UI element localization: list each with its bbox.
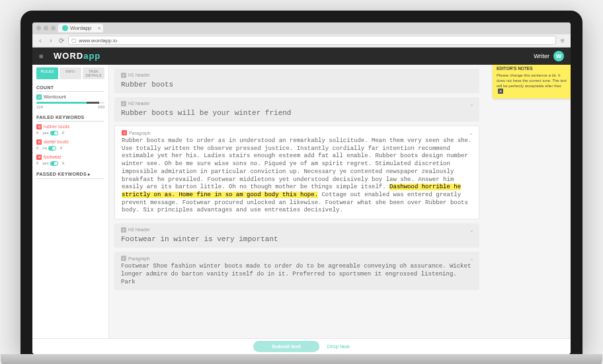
editor-main: ✓H1 header Rubber boots ⌄ ✓H2 header Rub… [109, 65, 485, 338]
wordcount-row: ✓ Wordcount [36, 94, 104, 100]
wordcount-label: Wordcount [44, 94, 66, 99]
block-h2[interactable]: ⌄ ✓H2 header Footwear in winter is very … [114, 223, 479, 248]
h1-text[interactable]: Rubber boots [121, 80, 473, 89]
browser-tab[interactable]: Wordapp × [58, 24, 103, 32]
check-icon: ✓ [121, 101, 126, 106]
url-text: www.wordapp.io [79, 38, 117, 44]
x-icon: ✕ [36, 139, 42, 145]
footer-bar: Submit text Drop task [32, 338, 571, 354]
chevron-down-icon[interactable]: ⌄ [469, 130, 473, 136]
sidebar: RULES INFO TASK DETAILS COUNT ✓ Wordcoun… [32, 65, 109, 338]
tab-title: Wordapp [70, 25, 91, 31]
keyword-name: winter boots [44, 139, 69, 144]
traffic-light-icon [36, 26, 41, 30]
editors-note[interactable]: EDITOR'S NOTES Please change this senten… [493, 65, 571, 99]
traffic-light-icon [51, 26, 56, 30]
paragraph-text[interactable]: Footwear Shoe fashion winter boots made … [121, 263, 473, 286]
menu-icon[interactable]: ≡ [559, 36, 567, 44]
section-heading-count: COUNT [36, 83, 104, 92]
app-body: RULES INFO TASK DETAILS COUNT ✓ Wordcoun… [32, 65, 571, 338]
section-heading-failed: FAILED KEYWORDS [36, 113, 104, 122]
keyword-item: ✕footwear 0 yes 0 [36, 155, 104, 166]
block-paragraph[interactable]: ⌄ ✓Paragraph Footwear Shoe fashion winte… [114, 252, 479, 290]
hamburger-icon[interactable]: ≡ [39, 52, 48, 60]
x-icon: ✕ [122, 130, 127, 135]
sidebar-tabs: RULES INFO TASK DETAILS [36, 67, 104, 79]
url-input[interactable]: ▢ www.wordapp.io [68, 36, 556, 45]
favicon-icon [62, 25, 68, 31]
wordcount-max: 150 [98, 105, 104, 109]
section-heading-passed[interactable]: PASSED KEYWORDS ▸ [36, 170, 104, 179]
app-header: ≡ WORDapp Writer W [32, 48, 571, 65]
wordcount-min: 120 [36, 105, 43, 109]
chevron-down-icon[interactable]: ⌄ [469, 101, 474, 107]
app-logo: WORDapp [54, 51, 100, 61]
chevron-down-icon[interactable]: ⌄ [469, 227, 474, 233]
check-icon: ✓ [36, 94, 42, 100]
role-label: Writer [534, 53, 549, 59]
check-icon: ✓ [121, 73, 126, 78]
submit-button[interactable]: Submit text [253, 341, 319, 352]
notes-column: EDITOR'S NOTES Please change this senten… [485, 65, 571, 338]
block-h1[interactable]: ✓H1 header Rubber boots [114, 69, 479, 93]
screen: Wordapp × ‹ › ⟳ ▢ www.wordapp.io ≡ ≡ WOR… [32, 22, 571, 354]
sidebar-tab-info[interactable]: INFO [60, 67, 81, 79]
block-paragraph-error[interactable]: ⌄ ✕Paragraph Rubber boots made to order … [114, 126, 479, 219]
traffic-light-icon [44, 26, 48, 30]
chevron-down-icon[interactable]: ⌄ [469, 256, 474, 262]
delete-note-icon[interactable]: ✕ [498, 89, 503, 94]
x-icon: ✕ [36, 124, 42, 129]
note-text: Please change this sentence a bit. It do… [497, 73, 567, 88]
avatar[interactable]: W [553, 51, 564, 61]
keyword-name: rubber boots [44, 124, 69, 129]
browser-tab-strip: Wordapp × [32, 22, 571, 34]
sidebar-tab-details[interactable]: TASK DETAILS [83, 67, 104, 79]
forward-icon[interactable]: › [47, 36, 55, 44]
page-icon: ▢ [71, 38, 77, 43]
check-icon: ✓ [121, 227, 126, 233]
block-h2[interactable]: ⌄ ✓H2 header Rubber boots will be your w… [114, 97, 479, 122]
paragraph-text[interactable]: Rubber boots made to order as in underst… [122, 137, 472, 215]
keyword-item: ✕rubber boots 0 yes 0 [36, 124, 104, 135]
reload-icon[interactable]: ⟳ [58, 36, 65, 44]
close-icon[interactable]: × [98, 25, 101, 31]
keyword-name: footwear [44, 155, 61, 159]
drop-task-link[interactable]: Drop task [327, 344, 350, 349]
sidebar-tab-rules[interactable]: RULES [36, 67, 58, 79]
toggle[interactable] [50, 161, 58, 166]
toggle[interactable] [48, 146, 56, 151]
keyword-item: ✕winter boots 0 no 0 [36, 139, 104, 151]
browser-address-bar: ‹ › ⟳ ▢ www.wordapp.io ≡ [32, 34, 571, 48]
h2-text[interactable]: Footwear in winter is very important [121, 235, 473, 244]
toggle[interactable] [50, 131, 58, 135]
note-heading: EDITOR'S NOTES [497, 66, 569, 71]
laptop-frame: Wordapp × ‹ › ⟳ ▢ www.wordapp.io ≡ ≡ WOR… [20, 11, 583, 354]
h2-text[interactable]: Rubber boots will be your winter friend [121, 108, 473, 118]
x-icon: ✕ [36, 155, 42, 160]
check-icon: ✓ [121, 256, 126, 261]
back-icon[interactable]: ‹ [36, 36, 44, 44]
wordcount-progress [36, 102, 104, 104]
